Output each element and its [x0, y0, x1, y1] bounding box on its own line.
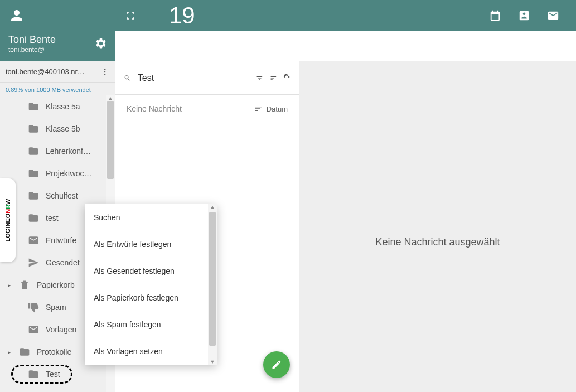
search-bar [115, 61, 299, 95]
menu-scrollbar-thumb[interactable] [209, 212, 216, 346]
preview-empty-text: Keine Nachricht ausgewählt [375, 236, 500, 248]
menu-item-3[interactable]: Als Papierkorb festlegen [85, 284, 217, 311]
header-date: 19 [169, 2, 195, 29]
folder-label: Vorlagen [46, 325, 76, 334]
folder-label: Entwürfe [46, 236, 76, 245]
drafts-icon [28, 235, 39, 246]
folder-label: Spam [46, 303, 66, 312]
storage-usage: 0.89% von 1000 MB verwendet [0, 83, 115, 95]
folder-item-lehrerkonf[interactable]: Lehrerkonf… [0, 140, 115, 162]
menu-item-5[interactable]: Als Vorlagen setzen [85, 338, 217, 365]
more-vertical-icon[interactable] [100, 67, 109, 76]
folder-label: Protokolle [37, 347, 71, 356]
profile-name: Toni Bente [8, 34, 56, 46]
folder-icon [28, 212, 39, 224]
folder-label: Test [46, 370, 60, 379]
header-avatar-area [0, 0, 115, 31]
preview-panel: Keine Nachricht ausgewählt [299, 61, 576, 392]
sort-label: Datum [267, 105, 288, 113]
gear-icon[interactable] [95, 37, 107, 50]
profile-email: toni.bente@ [8, 46, 56, 54]
svg-point-0 [104, 69, 106, 70]
menu-scroll-up[interactable]: ▲ [208, 204, 217, 210]
header-day-number: 19 [169, 2, 195, 29]
spam-icon [28, 302, 39, 313]
folder-item-projektwoc[interactable]: Projektwoc… [0, 162, 115, 185]
svg-point-2 [104, 74, 106, 75]
compose-fab[interactable] [263, 351, 290, 378]
expand-caret-icon[interactable]: ▸ [8, 282, 12, 288]
folder-icon [28, 123, 39, 134]
menu-item-0[interactable]: Suchen [85, 204, 217, 231]
menu-item-2[interactable]: Als Gesendet festlegen [85, 258, 217, 284]
empty-message-text: Keine Nachricht [127, 104, 182, 113]
folder-label: test [46, 214, 59, 222]
logineo-brand: LOGINEONRW [4, 199, 11, 242]
profile-block: Toni Bente toni.bente@ [0, 31, 115, 61]
folder-label: Klasse 5a [46, 102, 80, 111]
folder-label: Schulfest [46, 191, 78, 200]
sort-chip[interactable]: Datum [254, 104, 288, 113]
folder-icon [28, 190, 39, 201]
app-header: 19 [0, 0, 576, 31]
folder-icon [19, 346, 30, 357]
sort-lines-icon [254, 104, 263, 113]
folder-label: Papierkorb [37, 280, 75, 289]
header-center: 19 [115, 2, 489, 29]
menu-item-4[interactable]: Als Spam festlegen [85, 311, 217, 338]
folder-item-klasse5a[interactable]: Klasse 5a [0, 95, 115, 118]
fullscreen-icon[interactable] [125, 11, 135, 21]
folder-label: Projektwoc… [46, 169, 91, 178]
folder-icon [28, 146, 39, 157]
pencil-icon [271, 359, 282, 370]
trash-icon [19, 279, 30, 291]
search-input[interactable] [138, 73, 249, 83]
search-icon[interactable] [124, 72, 131, 84]
account-selector[interactable]: toni.bente@400103.nr… [0, 61, 115, 83]
folder-item-test[interactable]: Test [0, 363, 115, 385]
menu-scroll-down[interactable]: ▼ [208, 359, 217, 365]
folder-item-klasse5b[interactable]: Klasse 5b [0, 118, 115, 140]
message-list-header: Keine Nachricht Datum [115, 95, 299, 123]
filter-icon[interactable] [256, 72, 263, 84]
contacts-icon[interactable] [518, 9, 530, 22]
folder-label: Lehrerkonf… [46, 147, 91, 156]
refresh-icon[interactable] [283, 72, 291, 84]
menu-item-1[interactable]: Als Entwürfe festlegen [85, 231, 217, 258]
templates-icon [28, 324, 39, 335]
expand-caret-icon[interactable]: ▸ [8, 349, 12, 355]
account-address: toni.bente@400103.nr… [6, 67, 85, 76]
svg-point-1 [104, 71, 106, 72]
context-menu: ▲ ▼ SuchenAls Entwürfe festlegenAls Gese… [85, 204, 217, 365]
header-actions [489, 9, 576, 22]
sort-icon[interactable] [270, 72, 277, 84]
calendar-icon[interactable] [489, 9, 501, 22]
person-icon [8, 7, 25, 24]
folder-label: Gesendet [46, 258, 80, 267]
folder-label: Klasse 5b [46, 124, 80, 133]
menu-scrollbar[interactable]: ▲ ▼ [208, 204, 217, 365]
folder-icon [28, 168, 39, 179]
sent-icon [28, 257, 39, 268]
mail-icon[interactable] [547, 9, 559, 22]
folder-item-schulfest[interactable]: Schulfest [0, 185, 115, 207]
folder-icon [28, 369, 39, 380]
folder-icon [28, 101, 39, 112]
logineo-tab[interactable]: LOGINEONRW [0, 178, 16, 262]
